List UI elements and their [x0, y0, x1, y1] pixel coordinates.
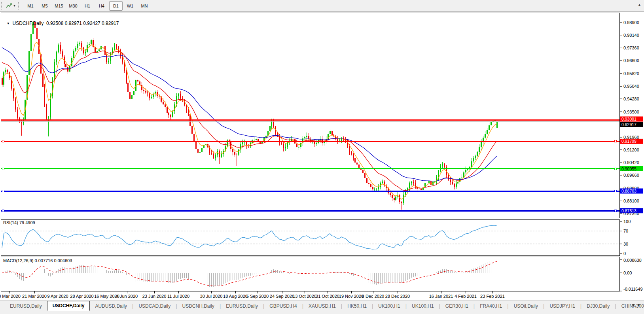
- timeframe-button-M30[interactable]: M30: [66, 1, 80, 11]
- chart-tab-usoil-daily[interactable]: USOil,Daily: [509, 301, 543, 311]
- svg-text:0.97360: 0.97360: [623, 45, 639, 50]
- tab-scroll-buttons: ◀ ▶: [630, 303, 642, 306]
- timeframe-button-M1[interactable]: M1: [24, 1, 37, 11]
- svg-text:19 Nov 2020: 19 Nov 2020: [339, 294, 364, 299]
- svg-text:-0.011649: -0.011649: [623, 287, 643, 291]
- svg-text:30 Jul 2020: 30 Jul 2020: [200, 294, 223, 299]
- chart-tab-uk100-h1[interactable]: UK100,H1: [407, 301, 439, 311]
- svg-text:0.91200: 0.91200: [623, 148, 639, 152]
- svg-text:4 Jun 2020: 4 Jun 2020: [116, 294, 138, 299]
- line-drag-handle: [2, 190, 4, 192]
- macd-signal-line: [2, 261, 497, 286]
- timeframe-button-H1[interactable]: H1: [81, 1, 94, 11]
- toolbar-overflow-up-icon[interactable]: ▲: [638, 3, 641, 7]
- chart-tab-hk50-h1[interactable]: HK50,H1: [342, 301, 372, 311]
- svg-text:23 Feb 2021: 23 Feb 2021: [480, 294, 505, 299]
- chart-tab-usdcad-daily[interactable]: USDCAD,Daily: [133, 301, 176, 311]
- chart-tab-audusd-daily[interactable]: AUDUSD,Daily: [90, 301, 132, 311]
- svg-text:0.89660: 0.89660: [623, 173, 639, 178]
- svg-text:100: 100: [623, 219, 631, 224]
- svg-text:28 Apr 2020: 28 Apr 2020: [70, 294, 93, 299]
- svg-text:0.90420: 0.90420: [623, 160, 639, 165]
- svg-text:8 Dec 2020: 8 Dec 2020: [362, 294, 384, 299]
- line-drag-handle: [615, 210, 617, 212]
- timeframe-button-M15[interactable]: M15: [52, 1, 66, 11]
- svg-text:0.94280: 0.94280: [623, 96, 639, 101]
- moving-averages: [2, 42, 497, 199]
- chart-title-text: USDCHF,Daily 0.92508 0.92971 0.92427 0.9…: [13, 21, 119, 26]
- svg-text:0.93001: 0.93001: [621, 117, 636, 121]
- line-studies-icon[interactable]: [6, 2, 13, 9]
- collapse-arrow-icon[interactable]: ▼: [7, 22, 10, 25]
- svg-text:0.92917: 0.92917: [621, 122, 636, 127]
- timeframe-button-M5[interactable]: M5: [38, 1, 51, 11]
- rsi-line: [2, 225, 497, 249]
- candlestick-series: [2, 20, 498, 210]
- timeframe-button-MN[interactable]: MN: [138, 1, 151, 11]
- chart-tab-usdchf-daily[interactable]: USDCHF,Daily: [47, 301, 90, 311]
- svg-text:0.95040: 0.95040: [623, 84, 639, 89]
- svg-text:0: 0: [623, 251, 626, 256]
- toolbar-grip[interactable]: [1, 2, 3, 10]
- line-drag-handle: [2, 168, 4, 170]
- svg-text:21 Mar 2020: 21 Mar 2020: [22, 294, 47, 299]
- svg-text:0.98140: 0.98140: [623, 33, 639, 38]
- line-drag-handle: [615, 168, 617, 170]
- ma-slow-line: [2, 47, 497, 181]
- svg-text:4 Feb 2021: 4 Feb 2021: [455, 294, 477, 299]
- chart-canvas[interactable]: 0.989000.981400.973600.966000.958200.950…: [0, 0, 644, 301]
- toolbar-grip-2[interactable]: [18, 2, 20, 10]
- chart-tab-eurusd-daily[interactable]: EURUSD,Daily: [221, 301, 263, 311]
- chart-tab-uk100-h1[interactable]: UK100,H1: [373, 301, 405, 311]
- macd-panel: 0.0086380.00-0.011649: [2, 258, 643, 291]
- svg-text:0.87513: 0.87513: [621, 208, 636, 213]
- svg-text:24 Sep 2020: 24 Sep 2020: [270, 294, 294, 299]
- toolbar: ▼ M1M5M15M30H1H4D1W1MN ▲: [0, 0, 644, 12]
- svg-text:16 Jan 2021: 16 Jan 2021: [429, 294, 453, 299]
- svg-text:23 Jun 2020: 23 Jun 2020: [142, 294, 167, 299]
- svg-text:0.91709: 0.91709: [621, 139, 636, 144]
- line-drag-handle: [2, 140, 4, 142]
- chart-tab-gbpusd-h4[interactable]: GBPUSD,H4: [264, 301, 302, 311]
- svg-text:30: 30: [623, 242, 628, 246]
- svg-text:16 May 2020: 16 May 2020: [94, 294, 119, 299]
- svg-text:0.88100: 0.88100: [623, 199, 639, 203]
- svg-text:28 Dec 2020: 28 Dec 2020: [385, 294, 410, 299]
- svg-text:0.96600: 0.96600: [623, 58, 639, 63]
- svg-text:0.95820: 0.95820: [623, 71, 639, 76]
- chart-tab-dj30-daily[interactable]: DJ30,Daily: [581, 301, 615, 311]
- svg-text:13 Oct 2020: 13 Oct 2020: [293, 294, 316, 299]
- line-drag-handle: [2, 210, 4, 212]
- svg-text:0.90055: 0.90055: [621, 166, 636, 171]
- svg-text:31 Oct 2020: 31 Oct 2020: [316, 294, 339, 299]
- timeframe-button-H4[interactable]: H4: [95, 1, 108, 11]
- chart-tab-xauusd-h1[interactable]: XAUUSD,H1: [303, 301, 341, 311]
- line-drag-handle: [615, 140, 617, 142]
- svg-text:11 Jul 2020: 11 Jul 2020: [167, 294, 189, 299]
- svg-text:9 Apr 2020: 9 Apr 2020: [47, 294, 68, 299]
- chart-tab-fra40-h1[interactable]: FRA40,H1: [475, 301, 507, 311]
- chart-tab-ger30-h1[interactable]: GER30,H1: [440, 301, 474, 311]
- line-drag-handle: [615, 190, 617, 192]
- chart-tab-usdcnh-daily[interactable]: USDCNH,Daily: [177, 301, 220, 311]
- timeframe-button-W1[interactable]: W1: [123, 1, 137, 11]
- rsi-panel: 10070300: [1, 219, 631, 256]
- svg-text:18 Aug 2020: 18 Aug 2020: [223, 294, 248, 299]
- panel-frames: [1, 13, 620, 291]
- chart-tab-eurusd-daily[interactable]: EURUSD,Daily: [5, 301, 47, 311]
- date-axis: 3 Mar 202021 Mar 20209 Apr 202028 Apr 20…: [0, 291, 505, 299]
- dropdown-caret-icon[interactable]: ▼: [13, 4, 16, 7]
- chart-tab-usdjpy-h1[interactable]: USDJPY,H1: [544, 301, 580, 311]
- svg-text:0.88703: 0.88703: [621, 189, 636, 193]
- tab-scroll-right-icon[interactable]: ▶: [636, 302, 642, 307]
- svg-text:0.00: 0.00: [623, 270, 632, 275]
- macd-histogram: [6, 259, 497, 287]
- horizontal-level-lines[interactable]: [1, 120, 619, 212]
- chart-title: ▼USDCHF,Daily 0.92508 0.92971 0.92427 0.…: [4, 15, 119, 26]
- timeframe-button-group: M1M5M15M30H1H4D1W1MN: [23, 1, 152, 11]
- svg-text:0.98900: 0.98900: [623, 20, 639, 25]
- tab-scroll-left-icon[interactable]: ◀: [630, 302, 635, 307]
- svg-text:0.008638: 0.008638: [623, 258, 642, 263]
- timeframe-button-D1[interactable]: D1: [109, 1, 123, 11]
- svg-text:3 Mar 2020: 3 Mar 2020: [0, 294, 21, 299]
